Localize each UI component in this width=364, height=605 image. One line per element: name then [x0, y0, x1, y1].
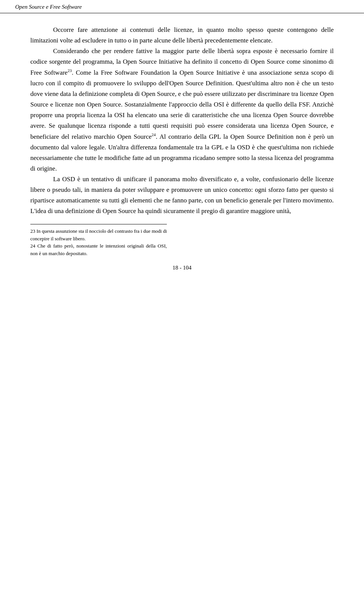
paragraph-1: Occorre fare attenzione ai contenuti del…: [30, 25, 334, 46]
footnote-ref-2: 24: [152, 132, 156, 137]
footnote-2: 24 Che di fatto però, nonostante le inte…: [30, 242, 167, 257]
content-area: Occorre fare attenzione ai contenuti del…: [0, 13, 364, 301]
main-text: Occorre fare attenzione ai contenuti del…: [30, 25, 334, 216]
page-number: 18 - 104: [30, 265, 334, 271]
paragraph-3: La OSD è un tentativo di unificare il pa…: [30, 174, 334, 216]
footnote-1: 23 In questa assunzione sta il nocciolo …: [30, 227, 167, 242]
footnote-ref-1: 23: [67, 68, 72, 73]
page-header: Open Source e Free Software: [0, 0, 364, 13]
page-container: Open Source e Free Software Occorre fare…: [0, 0, 364, 605]
footnote-area: 23 In questa assunzione sta il nocciolo …: [30, 224, 167, 257]
header-title: Open Source e Free Software: [15, 4, 82, 10]
paragraph-2: Considerando che per rendere fattive la …: [30, 46, 334, 174]
